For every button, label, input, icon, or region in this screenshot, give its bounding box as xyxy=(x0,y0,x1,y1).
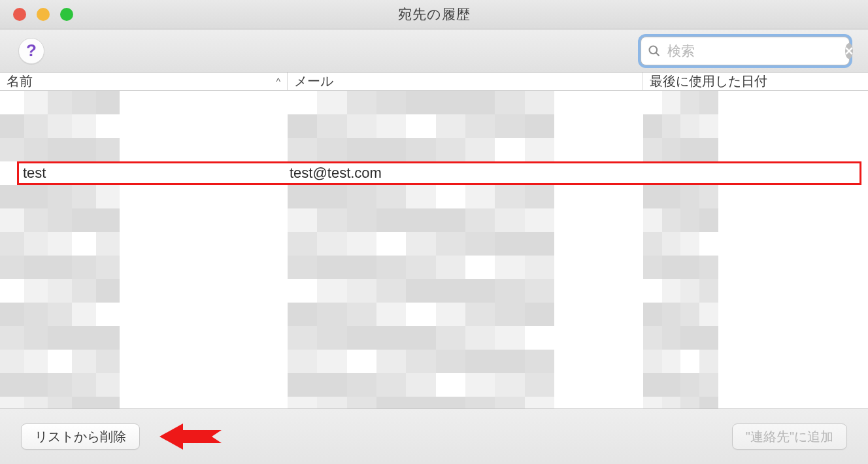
redacted-rows xyxy=(0,91,868,408)
remove-from-list-button[interactable]: リストから削除 xyxy=(21,423,140,450)
table-header: 名前 ^ メール 最後に使用した日付 xyxy=(0,73,868,91)
sort-indicator-icon: ^ xyxy=(276,76,280,87)
title-bar: 宛先の履歴 xyxy=(0,0,868,29)
footer: リストから削除 "連絡先"に追加 xyxy=(0,408,868,464)
cell-name: test xyxy=(19,165,290,182)
column-header-date[interactable]: 最後に使用した日付 xyxy=(643,73,868,90)
column-label: 最後に使用した日付 xyxy=(650,73,767,90)
annotation-arrow-icon xyxy=(159,422,222,452)
search-input[interactable] xyxy=(666,42,840,59)
column-header-email[interactable]: メール xyxy=(288,73,643,90)
svg-point-0 xyxy=(650,46,658,54)
search-icon xyxy=(648,44,661,58)
table-body: test test@test.com xyxy=(0,91,868,408)
cell-email: test@test.com xyxy=(290,165,645,182)
window-title: 宛先の履歴 xyxy=(398,5,471,24)
zoom-window-button[interactable] xyxy=(60,8,73,21)
add-to-contacts-button: "連絡先"に追加 xyxy=(732,423,847,450)
table-row-selected[interactable]: test test@test.com xyxy=(17,161,861,185)
svg-marker-4 xyxy=(159,423,222,450)
column-label: 名前 xyxy=(7,73,33,90)
column-header-name[interactable]: 名前 ^ xyxy=(0,73,288,90)
toolbar: ? xyxy=(0,29,868,73)
column-label: メール xyxy=(294,73,333,90)
help-button[interactable]: ? xyxy=(18,38,44,64)
svg-line-1 xyxy=(656,52,659,56)
minimize-window-button[interactable] xyxy=(37,8,50,21)
search-field[interactable] xyxy=(641,37,850,65)
close-window-button[interactable] xyxy=(13,8,26,21)
clear-search-button[interactable] xyxy=(845,43,853,59)
